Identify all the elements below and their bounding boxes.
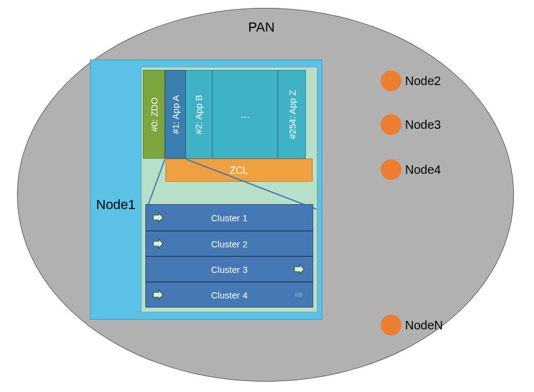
arrow-in-icon — [152, 212, 164, 223]
endpoint-app-b-label: #2: App B — [194, 94, 204, 134]
cluster-container: Cluster 1 Cluster 2 Cluster 3 Cluster 4 — [145, 204, 313, 308]
node2-label: Node2 — [405, 74, 441, 88]
cluster-label: Cluster 4 — [211, 290, 248, 300]
node3-label: Node3 — [405, 118, 441, 132]
node1-label: Node1 — [96, 197, 136, 213]
nodeN-label: NodeN — [405, 318, 443, 332]
node-dot-icon — [381, 114, 401, 135]
cluster-row-2: Cluster 2 — [146, 230, 313, 256]
node-dot-icon — [381, 70, 401, 91]
arrow-in-icon — [152, 238, 164, 249]
endpoint-dots: ... — [212, 70, 278, 159]
arrow-out-icon — [293, 289, 305, 300]
arrow-out-icon — [293, 264, 305, 275]
node-dot-icon — [381, 315, 401, 335]
node-dot-icon — [381, 159, 401, 180]
zcl-box: ZCL — [165, 159, 313, 182]
endpoints-row: #0: ZDO #1: App A #2: App B ... #254: Ap… — [143, 70, 313, 159]
endpoint-app-z-label: #254: App Z — [287, 90, 297, 139]
node4-label: Node4 — [405, 163, 441, 177]
endpoint-zdo-label: #0: ZDO — [149, 97, 159, 132]
endpoint-app-a-label: #1: App A — [170, 95, 181, 134]
arrow-in-icon — [152, 289, 164, 300]
endpoint-app-a: #1: App A — [165, 70, 186, 159]
endpoint-app-z: #254: App Z — [278, 70, 306, 159]
node3-marker: Node3 — [381, 114, 441, 135]
pan-title: PAN — [248, 19, 275, 35]
node2-marker: Node2 — [381, 70, 441, 91]
node4-marker: Node4 — [381, 159, 441, 180]
cluster-row-3: Cluster 3 — [146, 256, 313, 281]
cluster-label: Cluster 3 — [211, 264, 248, 275]
endpoint-zdo: #0: ZDO — [143, 70, 165, 159]
nodeN-marker: NodeN — [381, 315, 443, 335]
cluster-label: Cluster 2 — [211, 239, 248, 249]
cluster-label: Cluster 1 — [211, 213, 248, 223]
endpoint-dots-label: ... — [240, 108, 249, 121]
cluster-row-1: Cluster 1 — [146, 205, 313, 230]
cluster-row-4: Cluster 4 — [146, 281, 313, 307]
endpoint-app-b: #2: App B — [186, 70, 212, 159]
